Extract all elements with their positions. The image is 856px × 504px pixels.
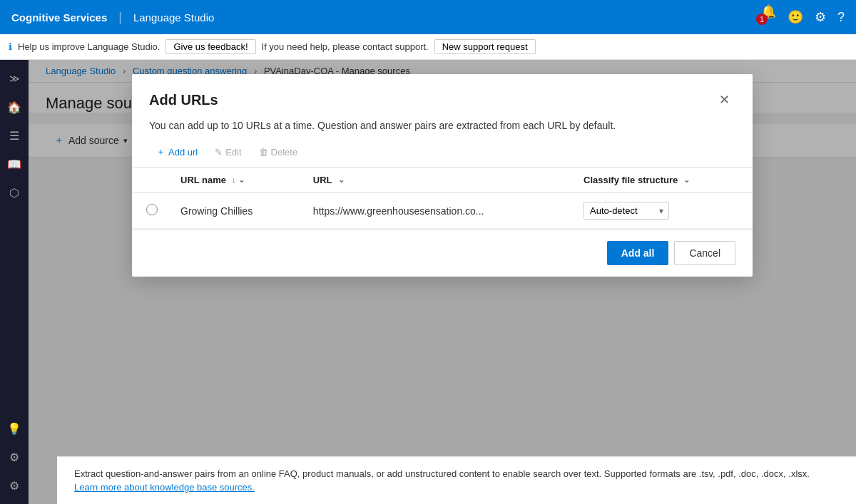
help-icon[interactable]: ? — [837, 10, 845, 25]
dialog-edit-button[interactable]: ✎ Edit — [208, 144, 248, 160]
sidebar-lightbulb-icon[interactable]: 💡 — [1, 416, 27, 441]
classify-sort-icon: ⌄ — [683, 175, 690, 185]
dialog-close-button[interactable]: ✕ — [713, 88, 735, 111]
support-button[interactable]: New support request — [434, 39, 536, 54]
feedback-bar: ℹ Help us improve Language Studio. Give … — [0, 34, 856, 60]
dialog-edit-label: Edit — [225, 147, 241, 158]
smiley-icon[interactable]: 🙂 — [788, 9, 803, 25]
url-table: URL name ↓ ⌄ URL ⌄ — [132, 168, 753, 229]
feedback-text: Help us improve Language Studio. — [18, 41, 160, 52]
nav-icons: 🔔 1 🙂 ⚙ ? — [760, 4, 845, 31]
dialog-delete-button[interactable]: 🗑 Delete — [252, 144, 305, 160]
add-url-button[interactable]: ＋ Add url — [149, 143, 205, 161]
url-sort-icon: ⌄ — [338, 175, 345, 185]
table-row: Growing Chillies https://www.greenhouses… — [132, 193, 753, 229]
dialog-toolbar: ＋ Add url ✎ Edit 🗑 Delete — [132, 140, 753, 168]
sidebar-settings2-icon[interactable]: ⚙ — [1, 473, 27, 498]
sidebar-expand-icon[interactable]: ≫ — [1, 66, 27, 91]
nav-divider: | — [118, 10, 122, 25]
cell-classify[interactable]: Auto-detect Unstructured Structured — [572, 193, 753, 229]
sidebar-gear-icon[interactable]: ⚙ — [1, 444, 27, 470]
sidebar: ≫ 🏠 ☰ 📖 ⬡ 💡 ⚙ ⚙ — [0, 60, 29, 504]
row-radio[interactable] — [146, 204, 158, 215]
notification-badge: 1 — [756, 14, 768, 25]
bottom-text: Extract question-and-answer pairs from a… — [74, 468, 839, 479]
sidebar-list-icon[interactable]: ☰ — [1, 123, 27, 148]
dialog-title: Add URLs — [149, 92, 218, 108]
bottom-area: Extract question-and-answer pairs from a… — [57, 456, 856, 504]
dialog-delete-icon: 🗑 — [259, 147, 268, 158]
add-url-plus-icon: ＋ — [156, 145, 165, 158]
brand-name: Cognitive Services — [11, 11, 107, 24]
cell-url: https://www.greenhousesensation.co... — [302, 193, 572, 229]
studio-name: Language Studio — [133, 11, 214, 24]
dialog-footer: Add all Cancel — [132, 229, 753, 277]
top-nav: Cognitive Services | Language Studio 🔔 1… — [0, 0, 856, 34]
feedback-button[interactable]: Give us feedback! — [165, 39, 255, 54]
dialog-description: You can add up to 10 URLs at a time. Que… — [132, 111, 753, 140]
main-layout: ≫ 🏠 ☰ 📖 ⬡ 💡 ⚙ ⚙ Language Studio › Custom… — [0, 60, 856, 504]
dialog-header: Add URLs ✕ — [132, 74, 753, 111]
sidebar-book-icon[interactable]: 📖 — [1, 151, 27, 177]
add-url-label: Add url — [168, 147, 198, 158]
contact-text: If you need help, please contact support… — [262, 41, 429, 52]
col-url[interactable]: URL ⌄ — [302, 168, 572, 193]
dialog-edit-icon: ✎ — [215, 147, 223, 158]
sidebar-home-icon[interactable]: 🏠 — [1, 94, 27, 120]
learn-more-link[interactable]: Learn more about knowledge base sources. — [74, 482, 839, 493]
sidebar-layers-icon[interactable]: ⬡ — [1, 180, 27, 205]
col-select — [132, 168, 169, 193]
cell-url-name: Growing Chillies — [169, 193, 302, 229]
col-url-name[interactable]: URL name ↓ ⌄ — [169, 168, 302, 193]
add-urls-dialog: Add URLs ✕ You can add up to 10 URLs at … — [132, 74, 753, 277]
dialog-overlay: Add URLs ✕ You can add up to 10 URLs at … — [29, 60, 856, 504]
content-area: Language Studio › Custom question answer… — [29, 60, 856, 504]
info-icon: ℹ — [9, 41, 12, 52]
cancel-button[interactable]: Cancel — [674, 241, 735, 265]
settings-icon[interactable]: ⚙ — [815, 9, 826, 25]
url-name-sort-icon: ↓ ⌄ — [232, 175, 245, 185]
classify-select[interactable]: Auto-detect Unstructured Structured — [584, 202, 669, 220]
col-classify[interactable]: Classify file structure ⌄ — [572, 168, 753, 193]
dialog-delete-label: Delete — [271, 147, 298, 158]
add-all-button[interactable]: Add all — [607, 241, 669, 265]
